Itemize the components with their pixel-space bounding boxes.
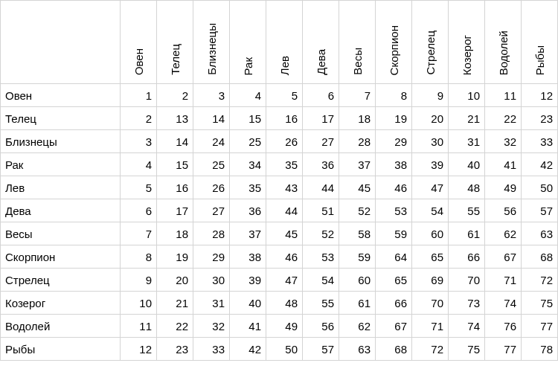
row-header: Рак xyxy=(1,153,121,176)
cell-value: 37 xyxy=(339,153,376,176)
cell-value: 65 xyxy=(412,245,449,269)
table-row: Водолей112232414956626771747677 xyxy=(1,315,558,338)
cell-value: 3 xyxy=(193,84,230,107)
cell-value: 49 xyxy=(266,315,303,338)
cell-value: 31 xyxy=(193,292,230,315)
cell-value: 52 xyxy=(339,199,376,222)
row-header: Стрелец xyxy=(1,269,121,292)
cell-value: 19 xyxy=(376,107,412,130)
col-header: Дева xyxy=(303,1,339,84)
col-header-label: Дева xyxy=(315,49,327,75)
cell-value: 30 xyxy=(412,130,449,153)
cell-value: 55 xyxy=(449,199,485,222)
cell-value: 20 xyxy=(157,269,193,292)
table-row: Дева61727364451525354555657 xyxy=(1,199,558,222)
table-row: Козерог102131404855616670737475 xyxy=(1,292,558,315)
cell-value: 42 xyxy=(230,338,266,361)
cell-value: 54 xyxy=(303,269,339,292)
cell-value: 37 xyxy=(230,222,266,245)
cell-value: 18 xyxy=(339,107,376,130)
row-header: Водолей xyxy=(1,315,121,338)
cell-value: 17 xyxy=(157,199,193,222)
cell-value: 9 xyxy=(412,84,449,107)
cell-value: 5 xyxy=(121,176,157,199)
cell-value: 66 xyxy=(376,292,412,315)
cell-value: 21 xyxy=(449,107,485,130)
cell-value: 30 xyxy=(193,269,230,292)
cell-value: 49 xyxy=(485,176,522,199)
col-header-label: Овен xyxy=(132,48,145,75)
cell-value: 45 xyxy=(266,222,303,245)
cell-value: 54 xyxy=(412,199,449,222)
col-header: Овен xyxy=(121,1,157,84)
cell-value: 75 xyxy=(522,292,558,315)
table-row: Весы71828374552585960616263 xyxy=(1,222,558,245)
col-header: Козерог xyxy=(449,1,485,84)
cell-value: 70 xyxy=(449,269,485,292)
cell-value: 13 xyxy=(157,107,193,130)
col-header-label: Водолей xyxy=(497,30,510,75)
cell-value: 35 xyxy=(266,153,303,176)
cell-value: 68 xyxy=(522,245,558,269)
table-row: Рыбы122333425057636872757778 xyxy=(1,338,558,361)
cell-value: 5 xyxy=(266,84,303,107)
cell-value: 50 xyxy=(266,338,303,361)
cell-value: 48 xyxy=(449,176,485,199)
col-header: Телец xyxy=(157,1,193,84)
cell-value: 46 xyxy=(266,245,303,269)
cell-value: 72 xyxy=(412,338,449,361)
cell-value: 35 xyxy=(230,176,266,199)
cell-value: 74 xyxy=(449,315,485,338)
cell-value: 14 xyxy=(157,130,193,153)
cell-value: 77 xyxy=(522,315,558,338)
cell-value: 39 xyxy=(412,153,449,176)
cell-value: 29 xyxy=(376,130,412,153)
cell-value: 21 xyxy=(157,292,193,315)
cell-value: 47 xyxy=(266,269,303,292)
cell-value: 77 xyxy=(485,338,522,361)
cell-value: 53 xyxy=(303,245,339,269)
cell-value: 46 xyxy=(376,176,412,199)
row-header: Лев xyxy=(1,176,121,199)
cell-value: 57 xyxy=(303,338,339,361)
cell-value: 53 xyxy=(376,199,412,222)
row-header: Овен xyxy=(1,84,121,107)
cell-value: 58 xyxy=(339,222,376,245)
col-header: Рак xyxy=(230,1,266,84)
cell-value: 16 xyxy=(266,107,303,130)
cell-value: 44 xyxy=(303,176,339,199)
cell-value: 33 xyxy=(522,130,558,153)
cell-value: 8 xyxy=(121,245,157,269)
cell-value: 52 xyxy=(303,222,339,245)
cell-value: 48 xyxy=(266,292,303,315)
cell-value: 26 xyxy=(193,176,230,199)
cell-value: 68 xyxy=(376,338,412,361)
cell-value: 19 xyxy=(157,245,193,269)
cell-value: 2 xyxy=(121,107,157,130)
row-header: Близнецы xyxy=(1,130,121,153)
cell-value: 32 xyxy=(485,130,522,153)
cell-value: 56 xyxy=(485,199,522,222)
col-header-label: Рак xyxy=(242,57,254,75)
cell-value: 43 xyxy=(266,176,303,199)
cell-value: 75 xyxy=(449,338,485,361)
cell-value: 6 xyxy=(303,84,339,107)
cell-value: 2 xyxy=(157,84,193,107)
zodiac-matrix-table: Овен Телец Близнецы Рак Лев Дева Весы Ск… xyxy=(0,0,558,361)
cell-value: 41 xyxy=(230,315,266,338)
cell-value: 10 xyxy=(121,292,157,315)
cell-value: 28 xyxy=(339,130,376,153)
row-header: Рыбы xyxy=(1,338,121,361)
cell-value: 8 xyxy=(376,84,412,107)
cell-value: 25 xyxy=(230,130,266,153)
cell-value: 22 xyxy=(485,107,522,130)
cell-value: 23 xyxy=(522,107,558,130)
col-header-label: Телец xyxy=(169,44,182,75)
cell-value: 65 xyxy=(376,269,412,292)
cell-value: 61 xyxy=(339,292,376,315)
cell-value: 36 xyxy=(230,199,266,222)
col-header-label: Козерог xyxy=(461,35,473,75)
cell-value: 39 xyxy=(230,269,266,292)
col-header-label: Стрелец xyxy=(424,30,437,75)
cell-value: 70 xyxy=(412,292,449,315)
